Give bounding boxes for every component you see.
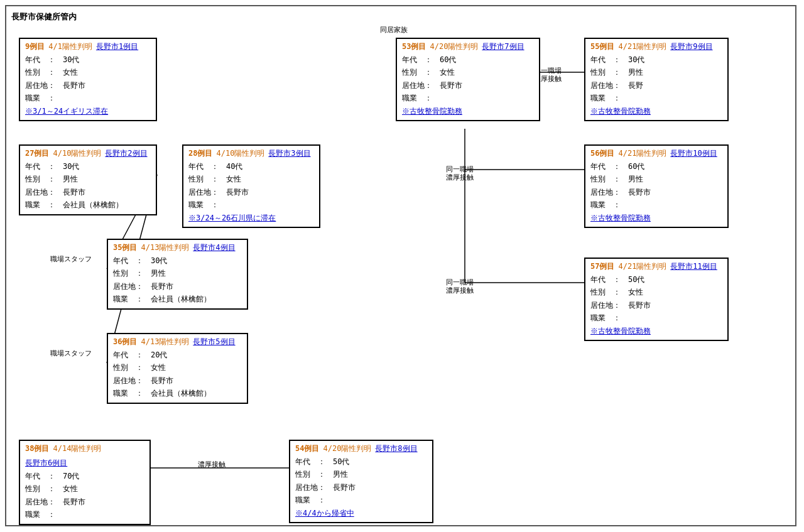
workplace-staff-label-1: 職場スタッフ: [50, 254, 92, 264]
card9-date: 4/1陽性判明: [48, 41, 92, 52]
card57-header: 57例目 4/21陽性判明 長野市11例目: [590, 261, 722, 272]
card9-header: 9例目 4/1陽性判明 長野市1例目: [25, 41, 151, 52]
card53-note: ※古牧整骨院勤務: [402, 105, 534, 117]
card36-date: 4/13陽性判明: [141, 337, 189, 347]
card28-casenum: 28例目: [188, 148, 212, 159]
page-title: 長野市保健所管内: [11, 11, 790, 23]
card9-body: 年代 ： 30代 性別 ： 女性 居住地： 長野市 職業 ： ※3/1～24イギ…: [25, 53, 151, 117]
card9-address: 居住地： 長野市: [25, 79, 151, 92]
card-case54: 54例目 4/20陽性判明 長野市8例目 年代 ： 50代 性別 ： 男性 居住…: [289, 440, 433, 523]
card57-date: 4/21陽性判明: [618, 261, 666, 272]
card38-occupation: 職業 ：: [25, 508, 144, 521]
close-contact-label-2: 濃厚接触: [446, 173, 474, 182]
card-case38: 38例目 4/14陽性判明 長野市6例目 年代 ： 70代 性別 ： 女性 居住…: [19, 440, 151, 525]
card53-occupation: 職業 ：: [402, 92, 534, 104]
card36-address: 居住地： 長野市: [113, 374, 242, 387]
card27-city: 長野市2例目: [105, 148, 147, 159]
card-case56: 56例目 4/21陽性判明 長野市10例目 年代 ： 60代 性別 ： 男性 居…: [584, 144, 729, 228]
card36-age: 年代 ： 20代: [113, 349, 242, 361]
card36-header: 36例目 4/13陽性判明 長野市5例目: [113, 337, 242, 347]
card53-age: 年代 ： 60代: [402, 53, 534, 66]
card27-date: 4/10陽性判明: [53, 148, 101, 159]
card27-age: 年代 ： 30代: [25, 160, 151, 173]
card-case57: 57例目 4/21陽性判明 長野市11例目 年代 ： 50代 性別 ： 女性 居…: [584, 258, 729, 341]
card28-date: 4/10陽性判明: [216, 148, 264, 159]
card53-city: 長野市7例目: [482, 41, 524, 52]
close-contact-label-3: 濃厚接触: [446, 286, 474, 295]
card27-address: 居住地： 長野市: [25, 186, 151, 198]
card35-casenum: 35例目: [113, 242, 137, 253]
card54-gender: 性別 ： 男性: [295, 468, 427, 480]
card53-header: 53例目 4/20陽性判明 長野市7例目: [402, 41, 534, 52]
card28-note: ※3/24～26石川県に滞在: [188, 212, 314, 224]
card56-gender: 性別 ： 男性: [590, 173, 722, 185]
card9-age: 年代 ： 30代: [25, 53, 151, 66]
card35-city: 長野市4例目: [193, 242, 235, 253]
card28-body: 年代 ： 40代 性別 ： 女性 居住地： 長野市 職業 ： ※3/24～26石…: [188, 160, 314, 224]
card53-date: 4/20陽性判明: [430, 41, 478, 52]
card56-city: 長野市10例目: [670, 148, 717, 159]
card28-gender: 性別 ： 女性: [188, 173, 314, 185]
close-contact-label-4: 濃厚接触: [198, 460, 225, 469]
card36-body: 年代 ： 20代 性別 ： 女性 居住地： 長野市 職業 ： 会社員（林檎館）: [113, 349, 242, 400]
workplace-staff-label-2: 職場スタッフ: [50, 349, 92, 358]
card9-occupation: 職業 ：: [25, 92, 151, 104]
card36-casenum: 36例目: [113, 337, 137, 347]
card54-age: 年代 ： 50代: [295, 455, 427, 468]
card28-city: 長野市3例目: [268, 148, 310, 159]
card54-body: 年代 ： 50代 性別 ： 男性 居住地： 長野市 職業 ： ※4/4から帰省中: [295, 455, 427, 519]
card35-age: 年代 ： 30代: [113, 254, 242, 267]
card28-age: 年代 ： 40代: [188, 160, 314, 173]
card-case35: 35例目 4/13陽性判明 長野市4例目 年代 ： 30代 性別 ： 男性 居住…: [107, 239, 248, 310]
card35-body: 年代 ： 30代 性別 ： 男性 居住地： 長野市 職業 ： 会社員（林檎館）: [113, 254, 242, 306]
card27-body: 年代 ： 30代 性別 ： 男性 居住地： 長野市 職業 ： 会社員（林檎館）: [25, 160, 151, 212]
card55-date: 4/21陽性判明: [618, 41, 666, 52]
card57-occupation: 職業 ：: [590, 312, 722, 324]
card-case9: 9例目 4/1陽性判明 長野市1例目 年代 ： 30代 性別 ： 女性 居住地：…: [19, 38, 157, 121]
card55-address: 居住地： 長野: [590, 79, 722, 92]
card55-header: 55例目 4/21陽性判明 長野市9例目: [590, 41, 722, 52]
card38-header: 38例目 4/14陽性判明 長野市6例目: [25, 443, 144, 469]
card53-address: 居住地： 長野市: [402, 79, 534, 92]
card57-casenum: 57例目: [590, 261, 614, 272]
card9-casenum: 9例目: [25, 41, 45, 52]
card38-age: 年代 ： 70代: [25, 470, 144, 482]
card53-casenum: 53例目: [402, 41, 426, 52]
card28-occupation: 職業 ：: [188, 198, 314, 211]
card55-note: ※古牧整骨院勤務: [590, 105, 722, 117]
card56-header: 56例目 4/21陽性判明 長野市10例目: [590, 148, 722, 159]
card57-body: 年代 ： 50代 性別 ： 女性 居住地： 長野市 職業 ： ※古牧整骨院勤務: [590, 273, 722, 337]
card53-body: 年代 ： 60代 性別 ： 女性 居住地： 長野市 職業 ： ※古牧整骨院勤務: [402, 53, 534, 117]
card9-city: 長野市1例目: [96, 41, 138, 52]
card27-header: 27例目 4/10陽性判明 長野市2例目: [25, 148, 151, 159]
card56-address: 居住地： 長野市: [590, 186, 722, 198]
card56-occupation: 職業 ：: [590, 198, 722, 211]
card56-casenum: 56例目: [590, 148, 614, 159]
card36-occupation: 職業 ： 会社員（林檎館）: [113, 387, 242, 399]
card35-address: 居住地： 長野市: [113, 280, 242, 293]
card54-header: 54例目 4/20陽性判明 長野市8例目: [295, 443, 427, 454]
card38-date: 4/14陽性判明: [53, 443, 101, 454]
card9-gender: 性別 ： 女性: [25, 66, 151, 79]
card9-note: ※3/1～24イギリス滞在: [25, 105, 151, 117]
card57-note: ※古牧整骨院勤務: [590, 325, 722, 337]
card53-gender: 性別 ： 女性: [402, 66, 534, 79]
card54-address: 居住地： 長野市: [295, 481, 427, 494]
card54-occupation: 職業 ：: [295, 494, 427, 506]
card38-gender: 性別 ： 女性: [25, 482, 144, 495]
main-container: 長野市保健所管内 同居家族 同一職場 濃厚接触 同一職場 濃: [5, 5, 796, 526]
card55-body: 年代 ： 30代 性別 ： 男性 居住地： 長野 職業 ： ※古牧整骨院勤務: [590, 53, 722, 117]
card56-date: 4/21陽性判明: [618, 148, 666, 159]
card57-gender: 性別 ： 女性: [590, 286, 722, 298]
card36-gender: 性別 ： 女性: [113, 361, 242, 374]
card57-city: 長野市11例目: [670, 261, 717, 272]
card27-occupation: 職業 ： 会社員（林檎館）: [25, 198, 151, 211]
card55-age: 年代 ： 30代: [590, 53, 722, 66]
card35-date: 4/13陽性判明: [141, 242, 189, 253]
card57-address: 居住地： 長野市: [590, 299, 722, 312]
card38-body: 年代 ： 70代 性別 ： 女性 居住地： 長野市 職業 ：: [25, 470, 144, 521]
card-case36: 36例目 4/13陽性判明 長野市5例目 年代 ： 20代 性別 ： 女性 居住…: [107, 333, 248, 404]
card-case53: 53例目 4/20陽性判明 長野市7例目 年代 ： 60代 性別 ： 女性 居住…: [396, 38, 540, 121]
card55-city: 長野市9例目: [670, 41, 712, 52]
card-case28: 28例目 4/10陽性判明 長野市3例目 年代 ： 40代 性別 ： 女性 居住…: [182, 144, 320, 228]
